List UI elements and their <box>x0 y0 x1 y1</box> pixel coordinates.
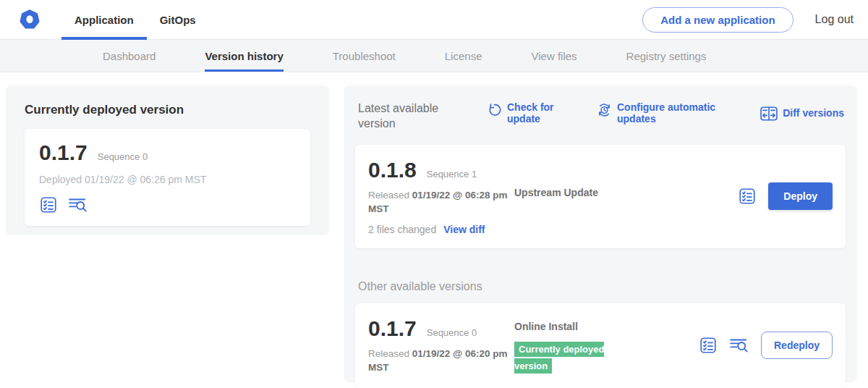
currently-deployed-badge: Currently deployed version <box>514 342 604 374</box>
preflight-checklist-icon[interactable] <box>699 336 718 355</box>
subnav-troubleshoot[interactable]: Troubleshoot <box>333 40 396 72</box>
add-new-application-button[interactable]: Add a new application <box>642 7 793 33</box>
deployed-timestamp: Deployed 01/19/22 @ 06:26 pm MST <box>39 174 296 185</box>
other-released-timestamp: Released 01/19/22 @ 06:20 pm MST <box>368 347 509 375</box>
subnav-version-history[interactable]: Version history <box>205 40 283 72</box>
version-row-other: 0.1.7 Sequence 0 Released 01/19/22 @ 06:… <box>355 303 846 388</box>
deployed-version-card: 0.1.7 Sequence 0 Deployed 01/19/22 @ 06:… <box>25 129 310 226</box>
subnav-license[interactable]: License <box>445 40 482 72</box>
other-version-number: 0.1.7 <box>368 316 417 341</box>
configure-automatic-updates-link[interactable]: Configure automatic updates <box>597 101 718 125</box>
latest-released-timestamp: Released 01/19/22 @ 06:28 pm MST <box>368 188 509 216</box>
check-for-update-label: Check for update <box>507 101 555 125</box>
tab-gitops-label: GitOps <box>160 14 196 26</box>
kots-logo-icon <box>18 8 41 31</box>
other-source-label: Online Install <box>514 321 652 332</box>
redeploy-button[interactable]: Redeploy <box>761 332 833 359</box>
diff-versions-link[interactable]: Diff versions <box>760 101 844 125</box>
deployed-sequence-label: Sequence 0 <box>98 151 148 162</box>
view-diff-link[interactable]: View diff <box>443 224 485 235</box>
view-logs-icon[interactable] <box>729 336 749 355</box>
diff-versions-label: Diff versions <box>783 107 844 119</box>
top-tabs: Application GitOps <box>61 0 209 40</box>
app-subnav: Dashboard Version history Troubleshoot L… <box>0 40 868 72</box>
configure-automatic-updates-label: Configure automatic updates <box>617 101 718 125</box>
other-sequence-label: Sequence 0 <box>427 327 477 338</box>
top-navbar: Application GitOps Add a new application… <box>0 0 868 40</box>
refresh-icon <box>487 102 502 118</box>
deployed-version-number: 0.1.7 <box>39 140 88 165</box>
tab-application-label: Application <box>75 14 134 26</box>
latest-available-title: Latest available version <box>358 101 468 132</box>
main-content: Currently deployed version 0.1.7 Sequenc… <box>0 72 868 388</box>
subnav-view-files[interactable]: View files <box>531 40 576 72</box>
logout-link[interactable]: Log out <box>815 13 854 26</box>
subnav-dashboard[interactable]: Dashboard <box>103 40 156 72</box>
subnav-registry-settings[interactable]: Registry settings <box>626 40 707 72</box>
latest-sequence-label: Sequence 1 <box>427 169 477 180</box>
deploy-button[interactable]: Deploy <box>768 182 833 210</box>
latest-source-label: Upstream Update <box>514 187 652 235</box>
preflight-checklist-icon[interactable] <box>738 187 757 206</box>
currently-deployed-panel: Currently deployed version 0.1.7 Sequenc… <box>6 85 329 235</box>
check-for-update-link[interactable]: Check for update <box>487 101 555 125</box>
view-logs-icon[interactable] <box>68 195 88 214</box>
tab-gitops[interactable]: GitOps <box>147 0 209 40</box>
preflight-checklist-icon[interactable] <box>39 195 58 214</box>
files-changed-label: 2 files changed <box>368 224 436 235</box>
currently-deployed-title: Currently deployed version <box>25 103 310 117</box>
other-versions-title: Other available versions <box>358 280 846 293</box>
version-row-latest: 0.1.8 Sequence 1 Released 01/19/22 @ 06:… <box>355 145 846 248</box>
latest-version-number: 0.1.8 <box>368 158 417 182</box>
diff-versions-icon <box>760 106 778 121</box>
auto-update-clock-icon <box>597 102 612 118</box>
tab-application[interactable]: Application <box>61 0 147 40</box>
available-versions-panel: Latest available version Check for updat… <box>344 85 857 382</box>
